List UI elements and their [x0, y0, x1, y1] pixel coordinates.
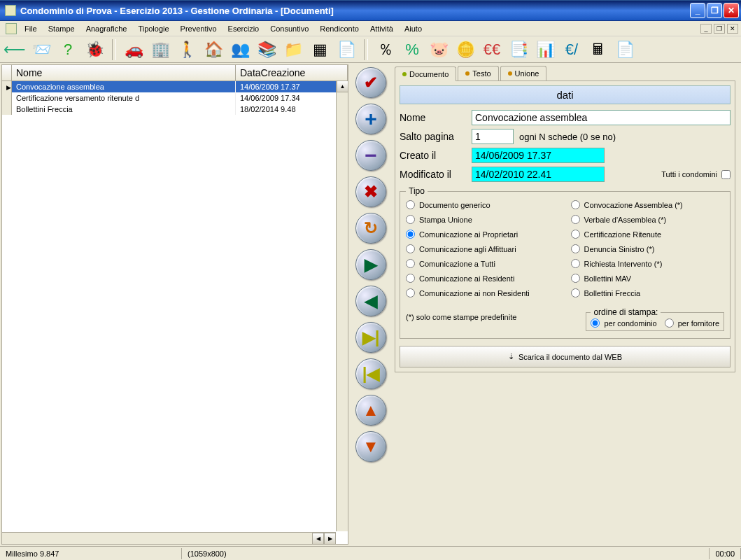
toolbar-separator — [112, 39, 116, 60]
tab-label: Documento — [409, 70, 449, 78]
tipo-radio[interactable]: Comunicazione ai non Residenti — [406, 288, 560, 298]
modificato-field[interactable] — [472, 167, 605, 182]
table-row[interactable]: Bollettini Freccia18/02/2014 9.48 — [2, 104, 348, 115]
first-button[interactable]: |◀ — [355, 358, 386, 389]
vertical-scrollbar[interactable]: ▲ — [336, 80, 348, 531]
bug-icon[interactable]: 🐞 — [84, 39, 105, 60]
menu-anagrafiche[interactable]: Anagrafiche — [80, 22, 133, 35]
tipo-radio[interactable]: Denuncia Sinistro (*) — [571, 244, 725, 253]
last-button[interactable]: ▶| — [355, 322, 386, 353]
books-icon[interactable]: 📚 — [256, 39, 277, 60]
refresh-button[interactable]: ↻ — [355, 213, 386, 244]
euro-icon[interactable]: €€ — [481, 39, 502, 60]
tipo-radio[interactable]: Comunicazione ai Residenti — [406, 274, 560, 283]
building-icon[interactable]: 🏢 — [150, 39, 171, 60]
sheets-icon[interactable]: 📊 — [535, 39, 556, 60]
globe-mail-icon[interactable]: 📨 — [31, 39, 52, 60]
menu-consuntivo[interactable]: Consuntivo — [264, 22, 314, 35]
scroll-up-icon[interactable]: ▲ — [337, 80, 348, 92]
salto-suffix: ogni N schede (0 se no) — [519, 132, 616, 142]
download-web-button[interactable]: ⇣ Scarica il documento dal WEB — [400, 346, 731, 368]
tipo-fieldset: Tipo Documento genericoConvocazione Asse… — [400, 186, 731, 339]
house-icon[interactable]: 🏠 — [203, 39, 224, 60]
mdi-icon — [6, 23, 17, 34]
grid-icon[interactable]: ▦ — [309, 39, 330, 60]
tipo-radio[interactable]: Richiesta Intervento (*) — [571, 259, 725, 268]
close-button[interactable]: ✕ — [724, 3, 739, 18]
documents-table[interactable]: Nome DataCreazione Convocazione assemble… — [1, 64, 348, 545]
document-icon[interactable]: 📄 — [336, 39, 357, 60]
prev-button[interactable]: ◀ — [355, 286, 386, 316]
plus-doc-icon[interactable]: 📄 — [614, 39, 635, 60]
help-icon[interactable]: ? — [57, 39, 78, 60]
car-icon[interactable]: 🚗 — [123, 39, 144, 60]
tipo-radio[interactable]: Certificazione Ritenute — [571, 230, 725, 239]
percent-doc-icon[interactable]: ％ — [375, 39, 396, 60]
menu-stampe[interactable]: Stampe — [43, 22, 80, 35]
up-button[interactable]: ▲ — [355, 395, 386, 426]
tab-documento[interactable]: Documento — [395, 66, 456, 81]
tipo-radio[interactable]: Comunicazione ai Proprietari — [406, 230, 560, 239]
copy-icon[interactable]: 📑 — [508, 39, 529, 60]
mdi-minimize-button[interactable]: _ — [700, 24, 712, 34]
record-nav-toolbar: ✔ + − ✖ ↻ ▶ ◀ ▶| |◀ ▲ ▼ — [350, 63, 392, 546]
tipo-radio[interactable]: Convocazione Assemblea (*) — [571, 200, 725, 209]
down-button[interactable]: ▼ — [355, 431, 386, 462]
status-time: 00:00 — [710, 548, 741, 559]
ordine-condominio-radio[interactable]: per condominio — [591, 318, 656, 328]
maximize-button[interactable]: ❐ — [707, 3, 722, 18]
download-icon: ⇣ — [508, 352, 514, 361]
table-row[interactable]: Convocazione assemblea14/06/2009 17.37 — [2, 81, 348, 92]
scroll-left-icon[interactable]: ◀ — [312, 533, 324, 545]
tipo-radio[interactable]: Bollettini Freccia — [571, 288, 725, 298]
menu-bar: File Stampe Anagrafiche Tipologie Preven… — [0, 21, 741, 36]
menu-aiuto[interactable]: Aiuto — [399, 22, 428, 35]
mdi-close-button[interactable]: ✕ — [727, 24, 738, 34]
tipo-radio[interactable]: Comunicazione agli Affittuari — [406, 244, 560, 253]
tipo-radio[interactable]: Bollettini MAV — [571, 274, 725, 283]
col-datacreazione[interactable]: DataCreazione — [236, 65, 348, 80]
coins-icon[interactable]: 🪙 — [455, 39, 476, 60]
nome-field[interactable] — [472, 110, 731, 125]
people-icon[interactable]: 👥 — [230, 39, 250, 60]
confirm-button[interactable]: ✔ — [355, 67, 386, 98]
table-row[interactable]: Certificazione versamento ritenute d14/0… — [2, 92, 348, 104]
salto-pagina-field[interactable] — [472, 129, 514, 144]
menu-preventivo[interactable]: Preventivo — [175, 22, 223, 35]
menu-file[interactable]: File — [19, 22, 43, 35]
percent-icon[interactable]: % — [402, 39, 423, 60]
scroll-right-icon[interactable]: ▶ — [324, 533, 336, 545]
minimize-button[interactable]: _ — [690, 3, 705, 18]
tutti-checkbox-input[interactable] — [721, 170, 731, 179]
tipo-radio[interactable]: Stampa Unione — [406, 215, 560, 224]
creato-field[interactable] — [472, 148, 605, 163]
menu-rendiconto[interactable]: Rendiconto — [314, 22, 365, 35]
delete-button[interactable]: ✖ — [355, 176, 386, 207]
status-app: Millesimo 9.847 — [0, 548, 182, 559]
tab-label: Testo — [472, 69, 491, 78]
menu-tipologie[interactable]: Tipologie — [132, 22, 174, 35]
col-nome[interactable]: Nome — [12, 65, 236, 80]
tipo-radio[interactable]: Verbale d'Assemblea (*) — [571, 215, 725, 224]
tipo-radio[interactable]: Documento generico — [406, 200, 560, 209]
tab-unione[interactable]: Unione — [500, 66, 547, 80]
status-resolution: (741x560) — [182, 548, 710, 559]
remove-button[interactable]: − — [355, 140, 386, 171]
menu-esercizio[interactable]: Esercizio — [223, 22, 265, 35]
calculator-icon[interactable]: 🖩 — [588, 39, 609, 60]
tutti-condomini-checkbox[interactable]: Tutti i condomini — [661, 170, 731, 179]
salto-label: Salto pagina — [400, 131, 466, 142]
ordine-fornitore-radio[interactable]: per fornitore — [665, 318, 719, 328]
tab-testo[interactable]: Testo — [458, 66, 498, 80]
euro-percent-icon[interactable]: €/ — [561, 39, 582, 60]
add-button[interactable]: + — [355, 104, 386, 134]
folder-icon[interactable]: 📁 — [283, 39, 304, 60]
piggy-icon[interactable]: 🐷 — [428, 39, 449, 60]
horizontal-scrollbar[interactable]: ◀ ▶ — [2, 532, 336, 544]
next-button[interactable]: ▶ — [355, 249, 386, 280]
tipo-radio[interactable]: Comunicazione a Tutti — [406, 259, 560, 268]
menu-attivita[interactable]: Attività — [365, 22, 399, 35]
mdi-restore-button[interactable]: ❐ — [714, 24, 725, 34]
back-icon[interactable]: ⟵ — [4, 39, 25, 60]
person-icon[interactable]: 🚶 — [176, 39, 197, 60]
